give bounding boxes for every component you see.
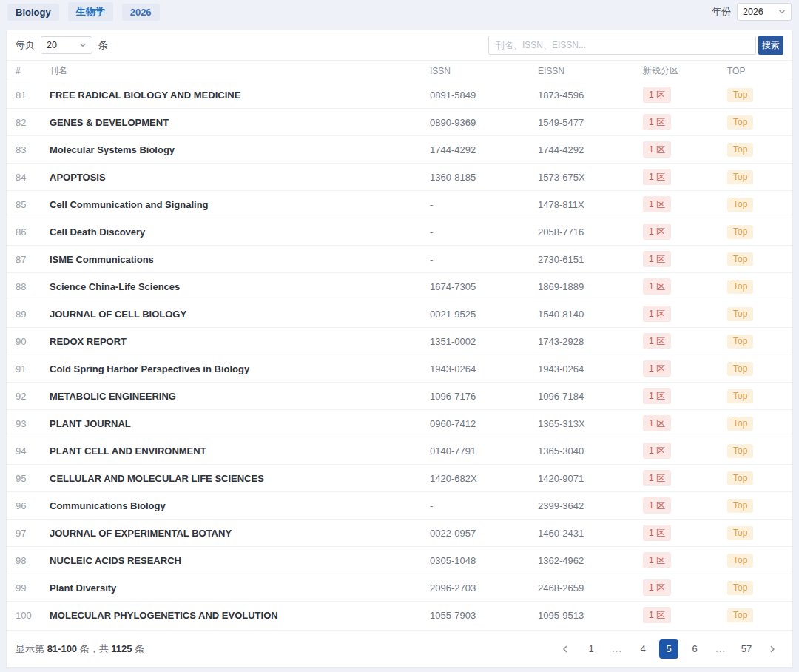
journal-name[interactable]: CELLULAR AND MOLECULAR LIFE SCIENCES bbox=[50, 473, 430, 484]
top-cell: Top bbox=[727, 170, 785, 184]
table-row[interactable]: 87 ISME Communications - 2730-6151 1 区 T… bbox=[7, 245, 792, 272]
prev-page-button[interactable] bbox=[556, 639, 575, 659]
journal-eissn: 1869-1889 bbox=[538, 281, 643, 292]
tab-year-2026[interactable]: 2026 bbox=[122, 4, 160, 21]
partition-cell: 1 区 bbox=[643, 360, 727, 377]
next-page-button[interactable] bbox=[763, 639, 782, 659]
table-row[interactable]: 85 Cell Communication and Signaling - 14… bbox=[7, 190, 792, 218]
journal-issn: - bbox=[430, 199, 538, 210]
top-cell: Top bbox=[727, 444, 785, 458]
partition-badge: 1 区 bbox=[643, 360, 671, 377]
journal-name[interactable]: MOLECULAR PHYLOGENETICS AND EVOLUTION bbox=[50, 610, 430, 621]
top-badge: Top bbox=[727, 88, 753, 102]
table-row[interactable]: 94 PLANT CELL AND ENVIRONMENT 0140-7791 … bbox=[7, 437, 792, 464]
top-cell: Top bbox=[727, 581, 785, 595]
top-badge: Top bbox=[727, 581, 753, 595]
table-row[interactable]: 90 REDOX REPORT 1351-0002 1743-2928 1 区 … bbox=[7, 327, 792, 355]
top-badge: Top bbox=[727, 389, 753, 403]
top-badge: Top bbox=[727, 280, 753, 294]
per-page-select[interactable]: 20 bbox=[41, 36, 92, 54]
row-index: 97 bbox=[16, 528, 50, 539]
journal-name[interactable]: ISME Communications bbox=[50, 254, 430, 265]
journal-name[interactable]: JOURNAL OF CELL BIOLOGY bbox=[50, 309, 430, 320]
partition-cell: 1 区 bbox=[643, 224, 727, 240]
table-row[interactable]: 92 METABOLIC ENGINEERING 1096-7176 1096-… bbox=[7, 382, 792, 409]
journal-issn: 1943-0264 bbox=[430, 363, 538, 374]
journal-eissn: 1365-313X bbox=[538, 418, 643, 429]
row-index: 83 bbox=[16, 144, 50, 155]
journal-name[interactable]: FREE RADICAL BIOLOGY AND MEDICINE bbox=[50, 90, 430, 101]
page-button-5[interactable]: 5 bbox=[659, 639, 678, 659]
journal-eissn: 2399-3642 bbox=[538, 500, 643, 511]
journal-name[interactable]: NUCLEIC ACIDS RESEARCH bbox=[50, 555, 430, 566]
top-badge: Top bbox=[727, 499, 753, 513]
table-row[interactable]: 95 CELLULAR AND MOLECULAR LIFE SCIENCES … bbox=[7, 464, 792, 491]
journal-name[interactable]: Cell Death Discovery bbox=[50, 226, 430, 238]
table-row[interactable]: 99 Plant Diversity 2096-2703 2468-2659 1… bbox=[7, 574, 792, 601]
table-row[interactable]: 88 Science China-Life Sciences 1674-7305… bbox=[7, 272, 792, 300]
partition-cell: 1 区 bbox=[643, 333, 727, 349]
top-cell: Top bbox=[727, 225, 785, 239]
list-controls: 每页 20 条 搜索 bbox=[7, 30, 792, 61]
top-cell: Top bbox=[727, 115, 785, 130]
table-row[interactable]: 93 PLANT JOURNAL 0960-7412 1365-313X 1 区… bbox=[7, 409, 792, 437]
summary-prefix: 显示第 bbox=[16, 643, 47, 654]
chevron-right-icon bbox=[768, 645, 777, 653]
tab-biology-chinese[interactable]: 生物学 bbox=[68, 2, 113, 21]
page-button-6[interactable]: 6 bbox=[685, 639, 704, 659]
table-row[interactable]: 97 JOURNAL OF EXPERIMENTAL BOTANY 0022-0… bbox=[7, 519, 792, 546]
top-badge: Top bbox=[727, 554, 753, 568]
top-badge: Top bbox=[727, 608, 753, 622]
journal-name[interactable]: JOURNAL OF EXPERIMENTAL BOTANY bbox=[50, 528, 430, 539]
partition-badge: 1 区 bbox=[643, 114, 671, 130]
per-page-label-suffix: 条 bbox=[98, 38, 108, 52]
col-header-issn: ISSN bbox=[430, 66, 538, 76]
table-row[interactable]: 86 Cell Death Discovery - 2058-7716 1 区 … bbox=[7, 218, 792, 245]
partition-cell: 1 区 bbox=[643, 443, 727, 459]
page-button-4[interactable]: 4 bbox=[633, 639, 653, 659]
journal-name[interactable]: GENES & DEVELOPMENT bbox=[50, 117, 430, 128]
partition-badge: 1 区 bbox=[643, 497, 671, 514]
row-index: 92 bbox=[16, 391, 50, 402]
table-row[interactable]: 89 JOURNAL OF CELL BIOLOGY 0021-9525 154… bbox=[7, 300, 792, 327]
page-button-57[interactable]: 57 bbox=[737, 639, 756, 659]
journal-name[interactable]: Plant Diversity bbox=[50, 582, 430, 594]
table-row[interactable]: 82 GENES & DEVELOPMENT 0890-9369 1549-54… bbox=[7, 108, 792, 135]
table-row[interactable]: 83 Molecular Systems Biology 1744-4292 1… bbox=[7, 135, 792, 163]
journal-name[interactable]: PLANT CELL AND ENVIRONMENT bbox=[50, 446, 430, 457]
partition-cell: 1 区 bbox=[643, 579, 727, 596]
journal-name[interactable]: Cell Communication and Signaling bbox=[50, 199, 430, 210]
search-input[interactable] bbox=[488, 36, 756, 55]
journal-name[interactable]: METABOLIC ENGINEERING bbox=[50, 391, 430, 402]
table-row[interactable]: 84 APOPTOSIS 1360-8185 1573-675X 1 区 Top bbox=[7, 163, 792, 190]
page-number-list: 1...456...57 bbox=[581, 639, 756, 659]
table-row[interactable]: 81 FREE RADICAL BIOLOGY AND MEDICINE 089… bbox=[7, 81, 792, 108]
journal-name[interactable]: REDOX REPORT bbox=[50, 336, 430, 347]
table-row[interactable]: 96 Communications Biology - 2399-3642 1 … bbox=[7, 491, 792, 519]
table-row[interactable]: 100 MOLECULAR PHYLOGENETICS AND EVOLUTIO… bbox=[7, 601, 792, 628]
search-button[interactable]: 搜索 bbox=[758, 36, 783, 55]
year-select[interactable]: 2026 bbox=[737, 3, 792, 21]
partition-badge: 1 区 bbox=[643, 141, 671, 158]
top-cell: Top bbox=[727, 608, 785, 622]
journal-name[interactable]: APOPTOSIS bbox=[50, 172, 430, 183]
page-button-1[interactable]: 1 bbox=[581, 639, 601, 659]
top-cell: Top bbox=[727, 389, 785, 403]
table-row[interactable]: 91 Cold Spring Harbor Perspectives in Bi… bbox=[7, 355, 792, 382]
partition-cell: 1 区 bbox=[643, 607, 727, 623]
tab-biology[interactable]: Biology bbox=[7, 4, 59, 21]
journal-name[interactable]: Molecular Systems Biology bbox=[50, 144, 430, 155]
journal-eissn: 1096-7184 bbox=[538, 391, 643, 402]
row-index: 99 bbox=[16, 582, 50, 594]
row-index: 91 bbox=[16, 363, 50, 374]
table-row[interactable]: 98 NUCLEIC ACIDS RESEARCH 0305-1048 1362… bbox=[7, 546, 792, 574]
summary-range: 81-100 bbox=[47, 643, 77, 654]
journal-name[interactable]: Cold Spring Harbor Perspectives in Biolo… bbox=[50, 363, 430, 374]
journal-eissn: 1460-2431 bbox=[538, 528, 643, 539]
journal-name[interactable]: Communications Biology bbox=[50, 500, 430, 511]
journal-name[interactable]: Science China-Life Sciences bbox=[50, 281, 430, 292]
per-page-label-prefix: 每页 bbox=[16, 38, 35, 52]
journal-name[interactable]: PLANT JOURNAL bbox=[50, 418, 430, 429]
top-cell: Top bbox=[727, 526, 785, 540]
top-cell: Top bbox=[727, 471, 785, 485]
